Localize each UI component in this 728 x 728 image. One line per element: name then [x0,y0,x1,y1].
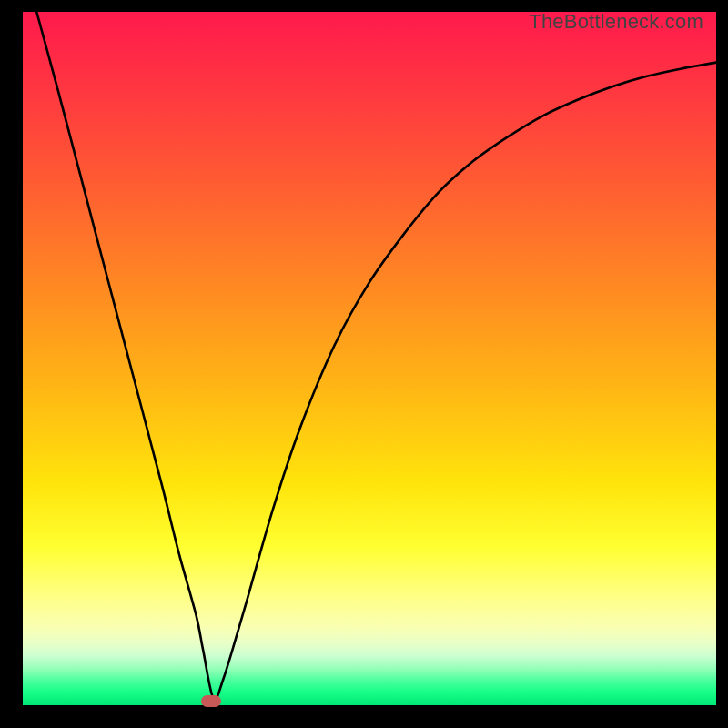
chart-frame: TheBottleneck.com [12,12,716,716]
optimum-marker [201,695,221,707]
chart-plot-area: TheBottleneck.com [23,12,716,705]
bottleneck-curve [23,12,716,705]
